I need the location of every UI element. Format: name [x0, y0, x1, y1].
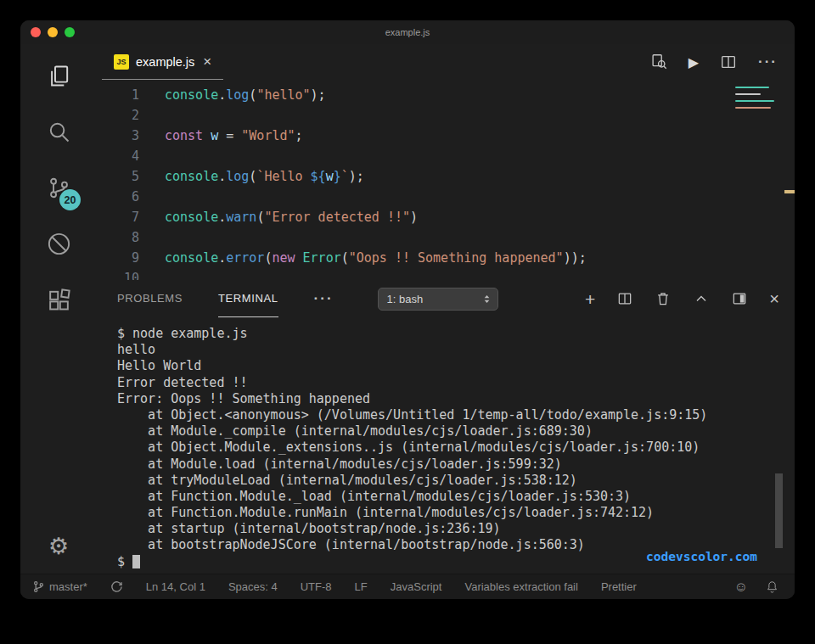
code-line: 2	[97, 105, 795, 126]
tab-example-js[interactable]: JS example.js ×	[102, 44, 223, 80]
code-line: 8	[97, 227, 795, 248]
code-line: 6	[97, 187, 795, 207]
window-controls	[31, 27, 75, 37]
explorer-icon[interactable]	[44, 61, 73, 90]
terminal-line: at Module.load (internal/modules/cjs/loa…	[117, 456, 795, 473]
code-line: 5console.log(`Hello ${w}`);	[97, 166, 795, 187]
search-icon[interactable]	[44, 117, 73, 146]
terminal-line: $ node example.js	[117, 326, 795, 342]
code-line: 3const w = "World";	[97, 126, 795, 146]
status-bar: master* Ln 14, Col 1 Spaces: 4 UTF-8 LF …	[20, 574, 795, 599]
source-control-badge: 20	[59, 189, 81, 210]
new-terminal-icon[interactable]: +	[585, 290, 595, 308]
tab-terminal[interactable]: TERMINAL	[218, 280, 278, 317]
source-control-icon[interactable]: 20	[44, 173, 73, 202]
line-number: 7	[97, 207, 139, 227]
title-bar: example.js	[20, 20, 795, 44]
split-terminal-icon[interactable]	[616, 290, 633, 307]
editor-tab-bar: JS example.js × ▶ ···	[97, 44, 795, 80]
extension-status[interactable]: Variables extraction fail	[464, 580, 577, 593]
panel-header: PROBLEMS TERMINAL ··· 1: bash +	[97, 280, 795, 317]
kill-terminal-icon[interactable]	[655, 290, 672, 307]
line-content: console.log("hello");	[165, 85, 326, 105]
code-line: 4	[97, 146, 795, 166]
panel-layout-icon[interactable]	[731, 290, 748, 307]
close-window-button[interactable]	[31, 27, 41, 37]
terminal-cursor	[132, 555, 140, 568]
line-number: 9	[97, 248, 139, 268]
tab-label: example.js	[136, 55, 194, 69]
tab-problems[interactable]: PROBLEMS	[117, 280, 183, 317]
encoding-status[interactable]: UTF-8	[301, 580, 332, 593]
terminal-line: Error detected !!	[117, 375, 795, 391]
bottom-panel: PROBLEMS TERMINAL ··· 1: bash +	[97, 280, 795, 574]
window-title: example.js	[385, 27, 430, 37]
maximize-panel-icon[interactable]	[693, 290, 710, 307]
terminal-line: Error: Oops !! Something happened	[117, 391, 795, 407]
terminal-line: at Module._compile (internal/modules/cjs…	[117, 423, 795, 440]
feedback-smiley-icon[interactable]: ☺	[734, 580, 748, 595]
code-line: 1console.log("hello");	[97, 85, 795, 105]
javascript-file-icon: JS	[114, 54, 129, 70]
line-number: 8	[97, 227, 139, 248]
select-arrows-icon	[481, 293, 492, 305]
cursor-position-status[interactable]: Ln 14, Col 1	[146, 580, 205, 593]
eol-status[interactable]: LF	[355, 580, 368, 593]
code-line: 7console.warn("Error detected !!")	[97, 207, 795, 227]
editor-actions: ▶ ···	[649, 44, 795, 80]
prettier-status[interactable]: Prettier	[601, 580, 637, 593]
terminal-line: at Function.Module._load (internal/modul…	[117, 489, 795, 505]
line-number: 4	[97, 146, 139, 166]
minimap[interactable]	[735, 87, 783, 110]
code-editor[interactable]: 1console.log("hello");23const w = "World…	[97, 80, 795, 280]
sync-icon[interactable]	[110, 580, 123, 593]
zoom-window-button[interactable]	[65, 27, 75, 37]
overview-ruler-marker	[784, 190, 795, 193]
line-content: console.log(`Hello ${w}`);	[165, 166, 364, 187]
line-content: console.warn("Error detected !!")	[165, 207, 418, 227]
close-panel-icon[interactable]: ×	[769, 290, 779, 307]
indentation-status[interactable]: Spaces: 4	[228, 580, 278, 593]
terminal-line: at Function.Module.runMain (internal/mod…	[117, 505, 795, 521]
code-lines: 1console.log("hello");23const w = "World…	[97, 85, 795, 280]
panel-actions: + ×	[585, 290, 779, 308]
language-status[interactable]: JavaScript	[391, 580, 442, 593]
activity-bar: 20 ⚙	[20, 44, 97, 574]
editor-more-actions-icon[interactable]: ···	[758, 53, 778, 70]
line-number: 2	[97, 105, 139, 126]
terminal-line: Hello World	[117, 358, 795, 374]
terminal-line: at Object.Module._extensions..js (intern…	[117, 440, 795, 456]
line-number: 1	[97, 85, 139, 105]
find-in-file-icon[interactable]	[649, 53, 668, 71]
run-file-button[interactable]: ▶	[689, 54, 699, 70]
terminal-line: at startup (internal/bootstrap/node.js:2…	[117, 521, 795, 537]
debug-disabled-icon[interactable]	[44, 229, 73, 258]
settings-gear-icon[interactable]: ⚙	[48, 533, 69, 560]
extensions-icon[interactable]	[44, 285, 73, 314]
watermark: codevscolor.com	[646, 550, 757, 563]
branch-label: master*	[49, 580, 87, 593]
terminal-line: at tryModuleLoad (internal/modules/cjs/l…	[117, 473, 795, 489]
terminal-select[interactable]: 1: bash	[378, 288, 498, 311]
line-number: 5	[97, 166, 139, 187]
line-number: 10	[97, 268, 139, 280]
line-number: 6	[97, 187, 139, 207]
notifications-bell-icon[interactable]	[765, 580, 779, 594]
panel-more-tabs-icon[interactable]: ···	[314, 290, 334, 307]
terminal-line: hello	[117, 342, 795, 358]
minimize-window-button[interactable]	[48, 27, 58, 37]
split-editor-icon[interactable]	[719, 53, 738, 71]
terminal-output[interactable]: $ node example.jshelloHello WorldError d…	[97, 317, 795, 574]
close-tab-icon[interactable]: ×	[203, 54, 211, 69]
code-line: 10	[97, 268, 795, 280]
terminal-line: at Object.<anonymous> (/Volumes/Untitled…	[117, 407, 795, 423]
terminal-scrollbar[interactable]	[775, 473, 783, 548]
line-content: const w = "World";	[165, 126, 303, 146]
line-content: console.error(new Error("Oops !! Somethi…	[165, 248, 587, 268]
git-branch-status[interactable]: master*	[32, 580, 87, 593]
branch-icon	[32, 580, 45, 593]
vscode-window: example.js 20 ⚙	[20, 20, 795, 599]
line-number: 3	[97, 126, 139, 146]
code-line: 9console.error(new Error("Oops !! Someth…	[97, 248, 795, 268]
terminal-select-value: 1: bash	[387, 293, 424, 305]
